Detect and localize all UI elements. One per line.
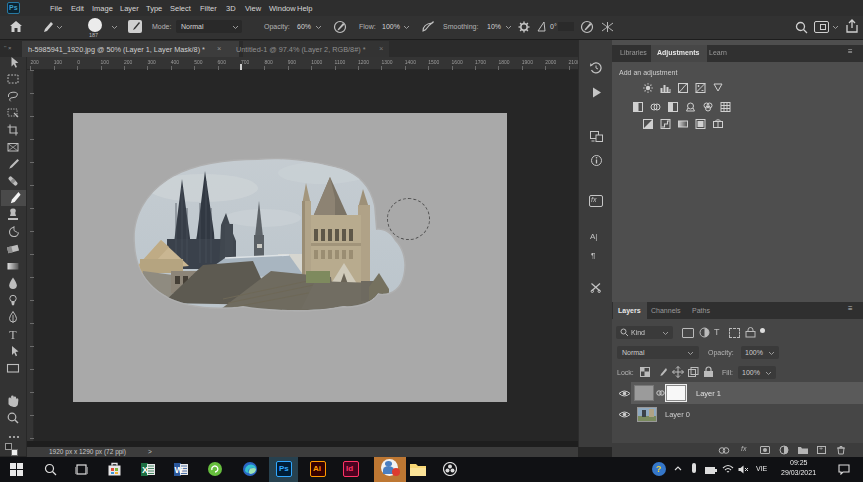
svg-text:T: T	[9, 328, 17, 342]
svg-text:X: X	[142, 465, 148, 475]
svg-text:W: W	[175, 465, 184, 475]
